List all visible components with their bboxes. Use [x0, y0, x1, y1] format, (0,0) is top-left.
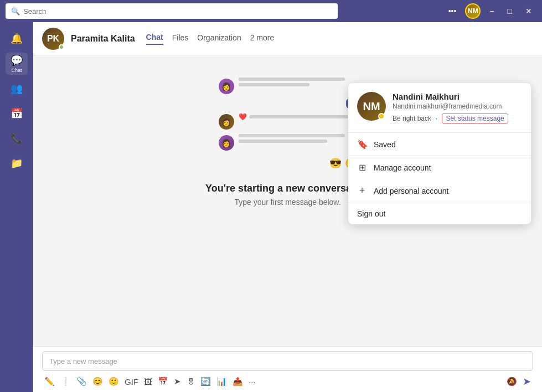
sidebar-item-chat[interactable]: 💬 Chat [6, 53, 28, 75]
bubble-line [239, 140, 328, 143]
praise-icon[interactable]: 🎖 [187, 377, 195, 386]
teams-icon: 👥 [11, 82, 23, 95]
emoji-text-icon[interactable]: 😊 [92, 376, 103, 386]
chat-illustration: 👩 👩 ❤️ [219, 78, 357, 169]
close-button[interactable]: ✕ [521, 4, 536, 18]
maximize-button[interactable]: □ [503, 4, 517, 18]
giphy-icon[interactable]: GIF [125, 377, 138, 386]
profile-name: Paramita Kalita [71, 34, 135, 44]
share-icon[interactable]: 📤 [233, 376, 243, 386]
send-button[interactable]: ➤ [523, 375, 531, 388]
tab-more[interactable]: 2 more [250, 33, 275, 44]
tab-files[interactable]: Files [172, 33, 189, 44]
bubble-lines-4 [239, 134, 357, 143]
chat-row-3: 👩 ❤️ ··· [219, 113, 357, 130]
emoji-icon[interactable]: 🙂 [109, 376, 119, 386]
dropdown-info: Nandini Maikhuri Nandini.maikhuri@framed… [393, 92, 522, 123]
format-icon[interactable]: ✏️ [44, 376, 55, 386]
empty-state-subtitle: Type your first message below. [205, 198, 370, 207]
add-personal-label: Add personal account [374, 187, 448, 195]
title-bar-controls: ••• NM − □ ✕ [444, 3, 536, 19]
search-box[interactable]: 🔍 Search [6, 3, 338, 19]
chat-area: 👩 👩 ❤️ [33, 55, 542, 346]
dropdown-profile: NM Nandini Maikhuri Nandini.maikhuri@fra… [348, 83, 531, 133]
dropdown-item-sign-out[interactable]: Sign out [348, 203, 531, 224]
bubble-line [249, 115, 350, 118]
chat-icon: 💬 [11, 54, 23, 66]
important-icon[interactable]: ❕ [60, 376, 71, 386]
status-separator: · [436, 115, 437, 122]
sticker-icon[interactable]: 🖼 [144, 377, 152, 386]
profile-avatar: PK [42, 28, 64, 50]
sidebar-item-activity[interactable]: 🔔 [6, 28, 28, 50]
bubble-line [239, 83, 309, 86]
bubble-line [239, 78, 345, 81]
sign-out-label: Sign out [357, 209, 385, 218]
chat-row-2 [219, 99, 357, 109]
chat-avatar-1: 👩 [219, 79, 234, 94]
profile-nav: Chat Files Organization 2 more [146, 33, 275, 45]
title-bar: 🔍 Search ••• NM − □ ✕ [0, 0, 542, 22]
manage-account-label: Manage account [374, 163, 431, 172]
bubble-line [239, 134, 345, 137]
empty-state-title: You're starting a new conversation [205, 183, 370, 194]
mute-icon[interactable]: 🔕 [507, 376, 517, 386]
dropdown-avatar: NM [357, 92, 386, 121]
content-area: PK Paramita Kalita Chat Files Organizati… [33, 22, 542, 392]
send-later-icon[interactable]: ➤ [174, 376, 181, 386]
message-box: Type a new message ✏️ ❕ 📎 😊 🙂 GIF 🖼 📅 ➤ … [33, 346, 542, 392]
more-options-icon[interactable]: ··· [249, 377, 256, 386]
chat-avatar-2: 👩 [219, 114, 234, 130]
dropdown-item-add-personal[interactable]: + Add personal account [348, 179, 531, 203]
files-icon: 📁 [11, 157, 23, 169]
reaction-sunglasses: 😎 [329, 157, 342, 169]
minimize-button[interactable]: − [485, 4, 498, 18]
set-status-button[interactable]: Set status message [442, 114, 508, 123]
sidebar-item-teams[interactable]: 👥 [6, 78, 28, 100]
profile-header: PK Paramita Kalita Chat Files Organizati… [33, 22, 542, 55]
bubble-lines-1 [239, 78, 357, 86]
message-toolbar: ✏️ ❕ 📎 😊 🙂 GIF 🖼 📅 ➤ 🎖 🔄 📊 📤 ··· 🔕 ➤ [42, 371, 533, 388]
dropdown-email: Nandini.maikhuri@framedmedia.com [393, 102, 522, 110]
bubble-lines-3: ❤️ ··· [239, 113, 357, 121]
chat-row-4: 👩 [219, 134, 357, 151]
activity-icon: 🔔 [11, 33, 23, 45]
chart-icon[interactable]: 📊 [216, 376, 227, 386]
dropdown-status-text: Be right back [393, 115, 431, 122]
tab-chat[interactable]: Chat [146, 33, 163, 45]
user-avatar-title[interactable]: NM [465, 3, 481, 19]
reaction-row: 😎 😁 [219, 157, 357, 169]
chat-avatar-3: 👩 [219, 135, 234, 151]
dropdown-name: Nandini Maikhuri [393, 92, 522, 101]
dropdown-panel: NM Nandini Maikhuri Nandini.maikhuri@fra… [348, 83, 531, 224]
status-dot [59, 44, 64, 50]
message-placeholder: Type a new message [49, 357, 117, 365]
meeting-icon[interactable]: 📅 [158, 376, 168, 386]
add-icon: + [357, 185, 367, 197]
dropdown-status-row: Be right back · Set status message [393, 114, 522, 123]
tab-organization[interactable]: Organization [197, 33, 241, 44]
sidebar-item-files[interactable]: 📁 [6, 152, 28, 174]
saved-label: Saved [374, 140, 396, 149]
conversation-start: You're starting a new conversation Type … [205, 183, 370, 207]
sidebar-item-calendar[interactable]: 📅 [6, 102, 28, 125]
chat-row-1: 👩 [219, 78, 357, 94]
loop-icon[interactable]: 🔄 [200, 376, 211, 386]
avatar-inner: NM [466, 3, 479, 19]
main-layout: 🔔 💬 Chat 👥 📅 📞 📁 PK Paramita Kalita [0, 22, 542, 392]
message-input[interactable]: Type a new message [42, 351, 533, 371]
sidebar: 🔔 💬 Chat 👥 📅 📞 📁 [0, 22, 33, 392]
sidebar-chat-label: Chat [11, 68, 22, 73]
dropdown-status-dot [378, 113, 385, 120]
calendar-icon: 📅 [11, 107, 23, 120]
calls-icon: 📞 [11, 132, 23, 145]
dropdown-item-manage-account[interactable]: ⊞ Manage account [348, 156, 531, 179]
search-placeholder: Search [23, 7, 46, 16]
attach-icon[interactable]: 📎 [76, 376, 87, 386]
sidebar-item-calls[interactable]: 📞 [6, 127, 28, 149]
manage-account-icon: ⊞ [357, 162, 367, 173]
bookmark-icon: 🔖 [357, 139, 367, 149]
search-icon: 🔍 [11, 7, 20, 16]
more-button[interactable]: ••• [444, 4, 461, 18]
dropdown-item-saved[interactable]: 🔖 Saved [348, 133, 531, 156]
